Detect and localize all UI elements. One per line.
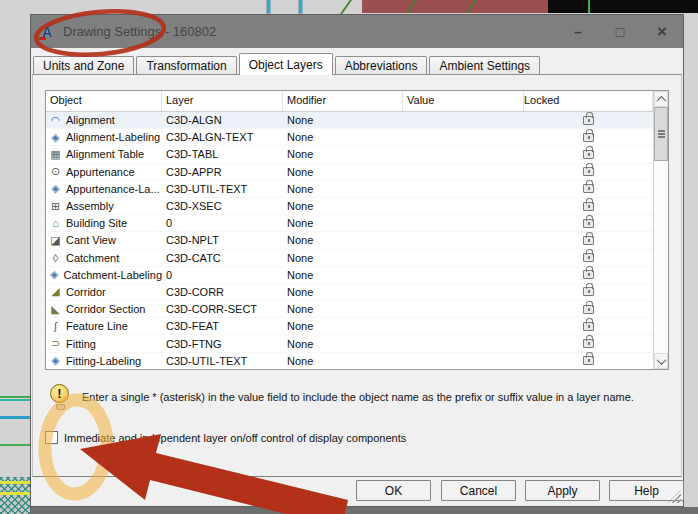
unlocked-padlock-icon[interactable]	[583, 287, 594, 296]
tab-abbreviations[interactable]: Abbreviations	[335, 56, 428, 75]
table-row[interactable]: ▦Alignment TableC3D-TABLNone	[46, 146, 653, 163]
tab-transformation[interactable]: Transformation	[136, 56, 236, 75]
layer-cell[interactable]: 0	[162, 269, 283, 281]
cancel-button[interactable]: Cancel	[441, 480, 516, 501]
layer-cell[interactable]: C3D-CORR	[162, 286, 283, 298]
modifier-cell[interactable]: None	[283, 303, 403, 315]
scroll-up-button[interactable]	[654, 91, 668, 107]
locked-cell[interactable]	[524, 232, 653, 248]
locked-cell[interactable]	[524, 250, 653, 266]
unlocked-padlock-icon[interactable]	[583, 133, 594, 142]
layer-cell[interactable]: C3D-FEAT	[162, 320, 283, 332]
locked-cell[interactable]	[524, 353, 653, 369]
layer-cell[interactable]: C3D-ALGN-TEXT	[162, 131, 283, 143]
layer-cell[interactable]: C3D-ALGN	[162, 114, 283, 126]
unlocked-padlock-icon[interactable]	[583, 116, 594, 125]
locked-cell[interactable]	[524, 335, 653, 351]
table-row[interactable]: ⊞AssemblyC3D-XSECNone	[46, 198, 653, 215]
modifier-cell[interactable]: None	[283, 286, 403, 298]
modifier-cell[interactable]: None	[283, 338, 403, 350]
modifier-cell[interactable]: None	[283, 320, 403, 332]
unlocked-padlock-icon[interactable]	[583, 305, 594, 314]
locked-cell[interactable]	[524, 198, 653, 214]
table-row[interactable]: ◢CorridorC3D-CORRNone	[46, 284, 653, 301]
minimize-button[interactable]: –	[557, 15, 599, 48]
tab-ambient-settings[interactable]: Ambient Settings	[429, 56, 540, 75]
modifier-cell[interactable]: None	[283, 131, 403, 143]
table-row[interactable]: ◊CatchmentC3D-CATCNone	[46, 250, 653, 267]
unlocked-padlock-icon[interactable]	[583, 202, 594, 211]
modifier-cell[interactable]: None	[283, 183, 403, 195]
modifier-cell[interactable]: None	[283, 114, 403, 126]
column-header-modifier[interactable]: Modifier	[283, 91, 403, 111]
locked-cell[interactable]	[524, 112, 653, 128]
modifier-cell[interactable]: None	[283, 148, 403, 160]
unlocked-padlock-icon[interactable]	[583, 356, 594, 365]
layer-cell[interactable]: C3D-UTIL-TEXT	[162, 183, 283, 195]
unlocked-padlock-icon[interactable]	[583, 322, 594, 331]
layer-cell[interactable]: C3D-CATC	[162, 252, 283, 264]
modifier-cell[interactable]: None	[283, 200, 403, 212]
layer-cell[interactable]: 0	[162, 217, 283, 229]
unlocked-padlock-icon[interactable]	[583, 253, 594, 262]
table-row[interactable]: ◈Catchment-Labeling0None	[46, 267, 653, 284]
locked-cell[interactable]	[524, 318, 653, 334]
locked-cell[interactable]	[524, 284, 653, 300]
object-cell: ◈Fitting-Labeling	[46, 354, 162, 367]
column-header-object[interactable]: Object	[46, 91, 162, 111]
modifier-cell[interactable]: None	[283, 166, 403, 178]
unlocked-padlock-icon[interactable]	[583, 236, 594, 245]
unlocked-padlock-icon[interactable]	[583, 184, 594, 193]
apply-button[interactable]: Apply	[525, 480, 600, 501]
maximize-button[interactable]: □	[599, 15, 641, 48]
table-row[interactable]: ∫Feature LineC3D-FEATNone	[46, 318, 653, 335]
column-header-layer[interactable]: Layer	[162, 91, 283, 111]
locked-cell[interactable]	[524, 146, 653, 162]
table-row[interactable]: ◠AlignmentC3D-ALGNNone	[46, 112, 653, 129]
layer-cell[interactable]: C3D-XSEC	[162, 200, 283, 212]
table-row[interactable]: ◈Alignment-LabelingC3D-ALGN-TEXTNone	[46, 129, 653, 146]
ok-button[interactable]: OK	[356, 480, 431, 501]
modifier-cell[interactable]: None	[283, 217, 403, 229]
table-row[interactable]: ◈Fitting-LabelingC3D-UTIL-TEXTNone	[46, 353, 653, 369]
modifier-cell[interactable]: None	[283, 234, 403, 246]
layer-cell[interactable]: C3D-NPLT	[162, 234, 283, 246]
layer-cell[interactable]: C3D-TABL	[162, 148, 283, 160]
layer-cell[interactable]: C3D-UTIL-TEXT	[162, 355, 283, 367]
table-row[interactable]: ⊃FittingC3D-FTNGNone	[46, 335, 653, 352]
immediate-layer-control-checkbox[interactable]	[45, 431, 58, 444]
tab-object-layers[interactable]: Object Layers	[239, 53, 333, 75]
scroll-down-button[interactable]	[654, 353, 668, 369]
unlocked-padlock-icon[interactable]	[583, 339, 594, 348]
layer-cell[interactable]: C3D-CORR-SECT	[162, 303, 283, 315]
unlocked-padlock-icon[interactable]	[583, 150, 594, 159]
locked-cell[interactable]	[524, 181, 653, 197]
help-button[interactable]: Help	[609, 480, 684, 501]
unlocked-padlock-icon[interactable]	[583, 167, 594, 176]
locked-cell[interactable]	[524, 215, 653, 231]
table-row[interactable]: ◪Cant ViewC3D-NPLTNone	[46, 232, 653, 249]
table-row[interactable]: ◈Appurtenance-La...C3D-UTIL-TEXTNone	[46, 181, 653, 198]
modifier-cell[interactable]: None	[283, 355, 403, 367]
modifier-cell[interactable]: None	[283, 269, 403, 281]
column-header-locked[interactable]: Locked	[524, 91, 653, 111]
unlocked-padlock-icon[interactable]	[583, 270, 594, 279]
table-row[interactable]: ⊙AppurtenanceC3D-APPRNone	[46, 164, 653, 181]
locked-cell[interactable]	[524, 164, 653, 180]
locked-cell[interactable]	[524, 301, 653, 317]
locked-cell[interactable]	[524, 129, 653, 145]
table-row[interactable]: ◣Corridor SectionC3D-CORR-SECTNone	[46, 301, 653, 318]
vertical-scrollbar[interactable]	[653, 91, 668, 369]
title-bar[interactable]: A Drawing Settings - 160802 – □ ×	[31, 15, 683, 48]
tab-units-and-zone[interactable]: Units and Zone	[33, 56, 134, 75]
scrollbar-thumb[interactable]	[654, 107, 668, 161]
modifier-cell[interactable]: None	[283, 252, 403, 264]
locked-cell[interactable]	[524, 267, 653, 283]
column-header-value[interactable]: Value	[403, 91, 524, 111]
close-button[interactable]: ×	[641, 15, 683, 48]
layer-cell[interactable]: C3D-APPR	[162, 166, 283, 178]
unlocked-padlock-icon[interactable]	[583, 219, 594, 228]
layer-cell[interactable]: C3D-FTNG	[162, 338, 283, 350]
table-row[interactable]: ⌂Building Site0None	[46, 215, 653, 232]
scrollbar-track[interactable]	[654, 161, 668, 353]
